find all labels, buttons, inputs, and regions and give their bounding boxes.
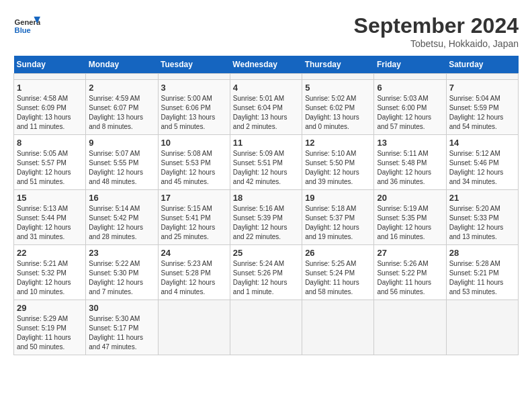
calendar-cell: 12Sunrise: 5:10 AM Sunset: 5:50 PM Dayli…	[302, 135, 374, 190]
day-number: 15	[17, 193, 83, 203]
month-title: September 2024	[354, 13, 519, 38]
calendar-cell: 28Sunrise: 5:28 AM Sunset: 5:21 PM Dayli…	[446, 245, 518, 300]
calendar-body: 1Sunrise: 4:58 AM Sunset: 6:09 PM Daylig…	[14, 74, 519, 355]
day-number: 18	[233, 193, 299, 203]
calendar-cell: 24Sunrise: 5:23 AM Sunset: 5:28 PM Dayli…	[158, 245, 230, 300]
day-info: Sunrise: 5:24 AM Sunset: 5:26 PM Dayligh…	[233, 259, 299, 297]
calendar-cell	[446, 300, 518, 355]
calendar-cell	[446, 74, 518, 80]
day-number: 29	[17, 303, 83, 313]
calendar-cell: 27Sunrise: 5:26 AM Sunset: 5:22 PM Dayli…	[374, 245, 446, 300]
day-info: Sunrise: 5:01 AM Sunset: 6:04 PM Dayligh…	[233, 94, 299, 132]
calendar-week-row: 22Sunrise: 5:21 AM Sunset: 5:32 PM Dayli…	[14, 245, 519, 300]
calendar-cell: 14Sunrise: 5:12 AM Sunset: 5:46 PM Dayli…	[446, 135, 518, 190]
day-number: 11	[233, 138, 299, 148]
day-number: 23	[89, 248, 154, 258]
logo: General Blue	[13, 13, 43, 37]
day-info: Sunrise: 5:16 AM Sunset: 5:39 PM Dayligh…	[233, 204, 299, 242]
calendar-cell: 30Sunrise: 5:30 AM Sunset: 5:17 PM Dayli…	[86, 300, 158, 355]
day-number: 7	[449, 83, 515, 93]
calendar-cell	[302, 74, 374, 80]
day-info: Sunrise: 5:23 AM Sunset: 5:28 PM Dayligh…	[161, 259, 227, 297]
calendar-cell	[230, 74, 302, 80]
weekday-header-monday: Monday	[86, 56, 158, 74]
calendar-table: SundayMondayTuesdayWednesdayThursdayFrid…	[13, 56, 519, 355]
day-number: 19	[305, 193, 371, 203]
calendar-cell: 22Sunrise: 5:21 AM Sunset: 5:32 PM Dayli…	[14, 245, 86, 300]
day-info: Sunrise: 5:18 AM Sunset: 5:37 PM Dayligh…	[305, 204, 371, 242]
day-info: Sunrise: 5:04 AM Sunset: 5:59 PM Dayligh…	[449, 94, 515, 132]
calendar-cell: 18Sunrise: 5:16 AM Sunset: 5:39 PM Dayli…	[230, 190, 302, 245]
calendar-cell	[302, 300, 374, 355]
day-number: 5	[305, 83, 371, 93]
day-info: Sunrise: 4:58 AM Sunset: 6:09 PM Dayligh…	[17, 94, 83, 132]
day-number: 4	[233, 83, 299, 93]
calendar-cell: 7Sunrise: 5:04 AM Sunset: 5:59 PM Daylig…	[446, 80, 518, 135]
day-number: 16	[89, 193, 154, 203]
calendar-cell: 16Sunrise: 5:14 AM Sunset: 5:42 PM Dayli…	[86, 190, 158, 245]
calendar-week-row: 1Sunrise: 4:58 AM Sunset: 6:09 PM Daylig…	[14, 80, 519, 135]
day-info: Sunrise: 5:09 AM Sunset: 5:51 PM Dayligh…	[233, 149, 299, 187]
calendar-cell	[374, 74, 446, 80]
calendar-week-row	[14, 74, 519, 80]
weekday-header-wednesday: Wednesday	[230, 56, 302, 74]
calendar-cell: 1Sunrise: 4:58 AM Sunset: 6:09 PM Daylig…	[14, 80, 86, 135]
day-info: Sunrise: 5:05 AM Sunset: 5:57 PM Dayligh…	[17, 149, 83, 187]
day-info: Sunrise: 5:26 AM Sunset: 5:22 PM Dayligh…	[377, 259, 443, 297]
calendar-cell: 2Sunrise: 4:59 AM Sunset: 6:07 PM Daylig…	[86, 80, 158, 135]
day-number: 25	[233, 248, 299, 258]
calendar-header: SundayMondayTuesdayWednesdayThursdayFrid…	[14, 56, 519, 74]
calendar-cell	[14, 74, 86, 80]
page-header: General Blue September 2024 Tobetsu, Hok…	[13, 13, 519, 49]
calendar-cell	[374, 300, 446, 355]
day-info: Sunrise: 5:28 AM Sunset: 5:21 PM Dayligh…	[449, 259, 515, 297]
day-info: Sunrise: 5:30 AM Sunset: 5:17 PM Dayligh…	[89, 314, 154, 352]
day-number: 2	[89, 83, 154, 93]
calendar-cell: 9Sunrise: 5:07 AM Sunset: 5:55 PM Daylig…	[86, 135, 158, 190]
day-number: 10	[161, 138, 227, 148]
day-info: Sunrise: 5:07 AM Sunset: 5:55 PM Dayligh…	[89, 149, 154, 187]
calendar-cell: 4Sunrise: 5:01 AM Sunset: 6:04 PM Daylig…	[230, 80, 302, 135]
title-block: September 2024 Tobetsu, Hokkaido, Japan	[354, 13, 519, 49]
day-info: Sunrise: 5:13 AM Sunset: 5:44 PM Dayligh…	[17, 204, 83, 242]
logo-icon: General Blue	[13, 13, 40, 37]
calendar-cell: 11Sunrise: 5:09 AM Sunset: 5:51 PM Dayli…	[230, 135, 302, 190]
day-number: 22	[17, 248, 83, 258]
calendar-cell	[86, 74, 158, 80]
calendar-cell: 21Sunrise: 5:20 AM Sunset: 5:33 PM Dayli…	[446, 190, 518, 245]
calendar-week-row: 15Sunrise: 5:13 AM Sunset: 5:44 PM Dayli…	[14, 190, 519, 245]
calendar-cell: 19Sunrise: 5:18 AM Sunset: 5:37 PM Dayli…	[302, 190, 374, 245]
calendar-cell: 25Sunrise: 5:24 AM Sunset: 5:26 PM Dayli…	[230, 245, 302, 300]
day-info: Sunrise: 5:19 AM Sunset: 5:35 PM Dayligh…	[377, 204, 443, 242]
day-info: Sunrise: 5:08 AM Sunset: 5:53 PM Dayligh…	[161, 149, 227, 187]
day-number: 1	[17, 83, 83, 93]
weekday-header-saturday: Saturday	[446, 56, 518, 74]
day-info: Sunrise: 4:59 AM Sunset: 6:07 PM Dayligh…	[89, 94, 154, 132]
day-info: Sunrise: 5:12 AM Sunset: 5:46 PM Dayligh…	[449, 149, 515, 187]
day-number: 24	[161, 248, 227, 258]
calendar-cell	[158, 300, 230, 355]
day-info: Sunrise: 5:15 AM Sunset: 5:41 PM Dayligh…	[161, 204, 227, 242]
calendar-cell	[230, 300, 302, 355]
calendar-week-row: 8Sunrise: 5:05 AM Sunset: 5:57 PM Daylig…	[14, 135, 519, 190]
weekday-header-sunday: Sunday	[14, 56, 86, 74]
day-info: Sunrise: 5:22 AM Sunset: 5:30 PM Dayligh…	[89, 259, 154, 297]
calendar-cell: 8Sunrise: 5:05 AM Sunset: 5:57 PM Daylig…	[14, 135, 86, 190]
day-number: 26	[305, 248, 371, 258]
day-info: Sunrise: 5:14 AM Sunset: 5:42 PM Dayligh…	[89, 204, 154, 242]
day-info: Sunrise: 5:00 AM Sunset: 6:06 PM Dayligh…	[161, 94, 227, 132]
calendar-cell: 5Sunrise: 5:02 AM Sunset: 6:02 PM Daylig…	[302, 80, 374, 135]
day-number: 20	[377, 193, 443, 203]
day-info: Sunrise: 5:20 AM Sunset: 5:33 PM Dayligh…	[449, 204, 515, 242]
day-info: Sunrise: 5:29 AM Sunset: 5:19 PM Dayligh…	[17, 314, 83, 352]
day-info: Sunrise: 5:02 AM Sunset: 6:02 PM Dayligh…	[305, 94, 371, 132]
day-number: 14	[449, 138, 515, 148]
day-number: 30	[89, 303, 154, 313]
weekday-header-friday: Friday	[374, 56, 446, 74]
day-number: 17	[161, 193, 227, 203]
weekday-header-thursday: Thursday	[302, 56, 374, 74]
svg-text:Blue: Blue	[15, 27, 31, 35]
calendar-cell: 6Sunrise: 5:03 AM Sunset: 6:00 PM Daylig…	[374, 80, 446, 135]
day-number: 12	[305, 138, 371, 148]
day-number: 28	[449, 248, 515, 258]
